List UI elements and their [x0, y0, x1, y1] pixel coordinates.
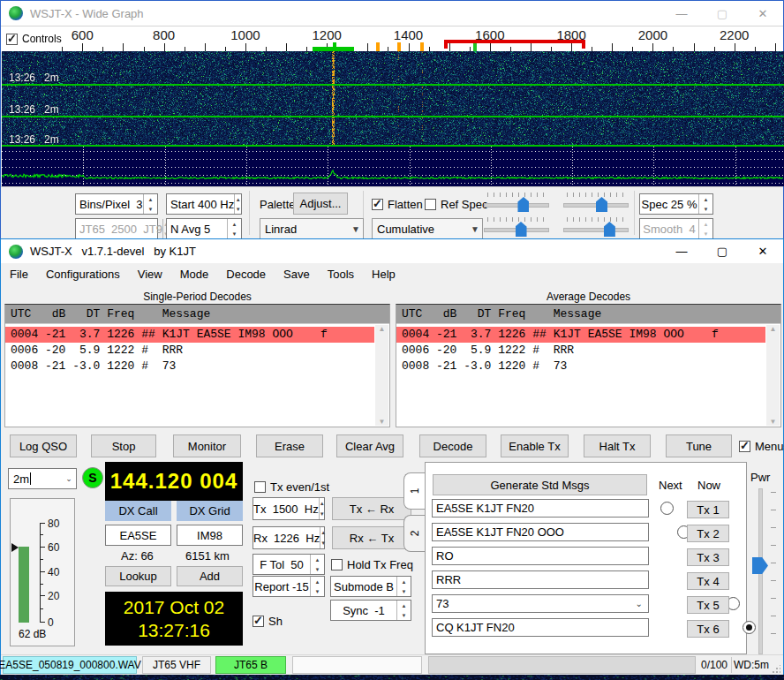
- start-freq-spinner[interactable]: Start 400 Hz▲▼: [166, 193, 242, 215]
- menu-tools[interactable]: Tools: [319, 263, 363, 285]
- dx-grid-field[interactable]: IM98: [177, 525, 243, 546]
- waterfall-gain-slider[interactable]: [484, 193, 549, 212]
- spectrum-gain-slider[interactable]: [484, 217, 549, 237]
- rx-from-tx-button[interactable]: Rx ← Tx: [332, 526, 411, 549]
- tx6-now-button[interactable]: Tx 6: [687, 620, 729, 638]
- tx-from-rx-button[interactable]: Tx ← Rx: [332, 497, 411, 520]
- spinner-arrows-icon[interactable]: ▲▼: [396, 577, 411, 596]
- hold-tx-checkbox[interactable]: [331, 559, 343, 570]
- spinner-arrows-icon[interactable]: ▲▼: [698, 194, 712, 214]
- menu-file[interactable]: File: [1, 263, 37, 285]
- scrollbar[interactable]: ▲▼: [375, 325, 388, 426]
- menu-help[interactable]: Help: [363, 263, 404, 285]
- decode-row[interactable]: 0004 -21 3.7 1226 ## K1JT EA5SE IM98 OOO…: [396, 327, 765, 343]
- display-mode-select[interactable]: Cumulative▼: [372, 218, 483, 239]
- decode-row[interactable]: 0008 -21 -3.0 1220 # 73: [396, 359, 780, 374]
- menu-view[interactable]: View: [129, 263, 171, 285]
- tx-freq-spinner[interactable]: Tx 1500 Hz▲▼: [253, 497, 325, 520]
- bins-pixel-spinner[interactable]: Bins/Pixel 3▲▼: [75, 193, 158, 215]
- menu-mode[interactable]: Mode: [171, 263, 218, 285]
- menu-save[interactable]: Save: [275, 263, 319, 285]
- dx-call-button[interactable]: DX Call: [105, 501, 171, 521]
- spinner-arrows-icon[interactable]: ▲▼: [310, 555, 324, 574]
- tab-1[interactable]: 1: [403, 472, 426, 510]
- generate-std-msgs-button[interactable]: Generate Std Msgs: [433, 474, 647, 495]
- dx-call-field[interactable]: EA5SE: [105, 525, 171, 546]
- tx4-now-button[interactable]: Tx 4: [687, 572, 729, 590]
- spinner-arrows-icon[interactable]: ▲▼: [310, 577, 324, 596]
- spinner-arrows-icon[interactable]: ▲▼: [320, 527, 326, 548]
- spinner-arrows-icon[interactable]: ▲▼: [319, 498, 325, 519]
- hold-tx-checkbox-row[interactable]: Hold Tx Freq: [331, 558, 413, 571]
- menu-configurations[interactable]: Configurations: [37, 263, 129, 285]
- ref-spec-checkbox-row[interactable]: Ref Spec: [425, 198, 487, 211]
- rx-freq-spinner[interactable]: Rx 1226 Hz▲▼: [253, 526, 325, 549]
- submodes-spinner[interactable]: JT65 2500 JT9▲▼: [75, 218, 158, 239]
- tx5-now-button[interactable]: Tx 5: [687, 596, 729, 614]
- tx1-next-radio[interactable]: [660, 502, 674, 515]
- spinner-arrows-icon[interactable]: ▲▼: [234, 194, 241, 214]
- flatten-checkbox-row[interactable]: Flatten: [372, 198, 423, 211]
- decode-row[interactable]: 0006 -20 5.9 1222 # RRR: [396, 343, 780, 359]
- halt-tx-button[interactable]: Halt Tx: [584, 434, 651, 457]
- sh-checkbox-row[interactable]: Sh: [253, 615, 283, 628]
- adjust-button[interactable]: Adjust...: [293, 193, 348, 215]
- waterfall-spectrum-display[interactable]: [2, 51, 784, 186]
- decode-row[interactable]: 0004 -21 3.7 1226 ## K1JT EA5SE IM98 OOO…: [5, 327, 374, 343]
- tx2-message-field[interactable]: EA5SE K1JT FN20 OOO: [432, 523, 649, 541]
- main-titlebar[interactable]: WSJT-X v1.7.1-devel by K1JT — ▢ ✕: [1, 239, 783, 263]
- menus-checkbox-row[interactable]: Menus: [739, 440, 784, 453]
- lookup-button[interactable]: Lookup: [105, 566, 171, 586]
- enable-tx-button[interactable]: Enable Tx: [501, 434, 569, 457]
- dx-grid-button[interactable]: DX Grid: [177, 501, 243, 521]
- submode-spinner[interactable]: Submode B▲▼: [330, 576, 411, 597]
- report-spinner[interactable]: Report -15▲▼: [253, 576, 325, 597]
- spinner-arrows-icon[interactable]: ▲▼: [143, 194, 157, 214]
- tx5-message-combo[interactable]: 73⌄: [432, 594, 649, 613]
- minimize-icon[interactable]: —: [661, 1, 702, 26]
- decode-row[interactable]: 0006 -20 5.9 1222 # RRR: [5, 343, 389, 359]
- f-tol-spinner[interactable]: F Tol 50▲▼: [253, 554, 325, 575]
- close-icon[interactable]: ✕: [743, 1, 783, 26]
- maximize-icon[interactable]: ▢: [702, 1, 743, 26]
- decode-row[interactable]: 0008 -21 -3.0 1220 # 73: [5, 359, 389, 374]
- clear-avg-button[interactable]: Clear Avg: [336, 434, 403, 457]
- tx3-now-button[interactable]: Tx 3: [687, 548, 729, 566]
- tx3-message-field[interactable]: RO: [432, 547, 649, 565]
- monitor-button[interactable]: Monitor: [173, 434, 241, 457]
- resize-grip[interactable]: [772, 665, 780, 674]
- scrollbar[interactable]: ▲▼: [766, 325, 780, 426]
- decode-table[interactable]: 0004 -21 3.7 1226 ## K1JT EA5SE IM98 OOO…: [5, 323, 389, 427]
- decode-button[interactable]: Decode: [419, 434, 486, 457]
- spinner-arrows-icon[interactable]: ▲▼: [227, 219, 241, 238]
- band-select[interactable]: 2m ⌄: [8, 468, 77, 489]
- tx1-now-button[interactable]: Tx 1: [687, 501, 729, 518]
- close-icon[interactable]: ✕: [743, 239, 783, 263]
- palette-select[interactable]: Linrad▼: [260, 218, 364, 239]
- tx1-message-field[interactable]: EA5SE K1JT FN20: [432, 499, 649, 518]
- tx2-now-button[interactable]: Tx 2: [687, 525, 729, 542]
- spec-percent-spinner[interactable]: Spec 25 %▲▼: [639, 193, 713, 215]
- tab-2[interactable]: 2: [403, 515, 426, 552]
- maximize-icon[interactable]: ▢: [702, 239, 743, 263]
- flatten-checkbox[interactable]: [372, 199, 383, 210]
- pwr-slider[interactable]: [751, 488, 778, 653]
- tx-even-checkbox[interactable]: [254, 481, 266, 493]
- sh-checkbox[interactable]: [253, 616, 264, 627]
- ref-spec-checkbox[interactable]: [425, 199, 436, 210]
- smooth-spinner[interactable]: Smooth 4▲▼: [639, 218, 713, 239]
- wide-graph-titlebar[interactable]: WSJT-X - Wide Graph — ▢ ✕: [1, 1, 783, 26]
- frequency-scale[interactable]: Controls 6008001000120014001600180020002…: [1, 26, 783, 52]
- waterfall-zero-slider[interactable]: [563, 193, 629, 212]
- decode-table[interactable]: 0004 -21 3.7 1226 ## K1JT EA5SE IM98 OOO…: [396, 323, 780, 427]
- tx-even-checkbox-row[interactable]: Tx even/1st: [254, 480, 329, 494]
- n-avg-spinner[interactable]: N Avg 5▲▼: [166, 218, 242, 239]
- spectrum-zero-slider[interactable]: [563, 217, 629, 237]
- add-button[interactable]: Add: [177, 566, 243, 586]
- log-qso-button[interactable]: Log QSO: [10, 434, 77, 457]
- minimize-icon[interactable]: —: [661, 239, 702, 263]
- erase-button[interactable]: Erase: [256, 434, 323, 457]
- tx6-message-field[interactable]: CQ K1JT FN20: [432, 618, 649, 637]
- controls-checkbox-row[interactable]: Controls: [6, 33, 65, 45]
- rig-status-button[interactable]: S: [82, 467, 103, 488]
